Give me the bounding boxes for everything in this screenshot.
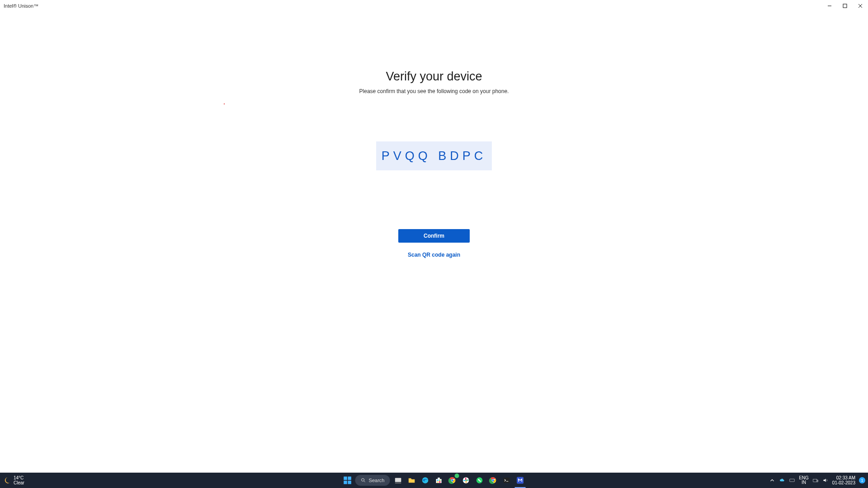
- page-subtext: Please confirm that you see the followin…: [359, 88, 509, 94]
- scan-qr-again-link[interactable]: Scan QR code again: [408, 252, 460, 258]
- confirm-button[interactable]: Confirm: [398, 229, 470, 243]
- page-heading: Verify your device: [386, 70, 482, 84]
- red-dot-indicator: [224, 103, 225, 104]
- title-bar: Intel® Unison™: [0, 0, 658, 12]
- verification-code: PVQQ BDPC: [376, 141, 492, 170]
- main-content: Verify your device Please confirm that y…: [0, 12, 658, 369]
- window-title: Intel® Unison™: [0, 3, 38, 9]
